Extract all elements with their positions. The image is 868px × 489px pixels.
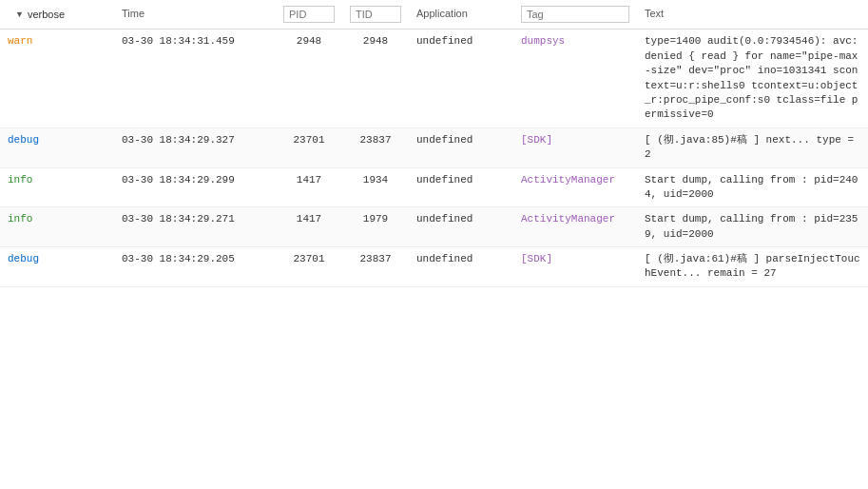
row-pid: 1417 xyxy=(276,212,342,226)
row-text: type=1400 audit(0.0:7934546): avc: denie… xyxy=(637,34,868,122)
level-column-header[interactable]: ▼ verbose xyxy=(0,9,114,20)
table-row[interactable]: debug 03-30 18:34:29.327 23701 23837 und… xyxy=(0,128,868,168)
dropdown-arrow-icon: ▼ xyxy=(15,10,24,19)
row-text: [ (彻.java:61)#稿 ] parseInjectTouchEvent.… xyxy=(637,252,868,282)
row-app: undefined xyxy=(409,212,513,226)
row-tag: [SDK] xyxy=(513,133,637,147)
row-app: undefined xyxy=(409,133,513,147)
tid-column-header[interactable] xyxy=(342,6,409,23)
time-header-label: Time xyxy=(122,8,145,19)
row-tid: 2948 xyxy=(342,34,409,49)
row-app: undefined xyxy=(409,252,513,266)
row-tag: [SDK] xyxy=(513,252,637,266)
row-pid: 2948 xyxy=(276,34,342,49)
row-level: debug xyxy=(0,252,114,266)
level-selector-label: verbose xyxy=(28,9,65,20)
log-table: ▼ verbose Time Application Text warn 03-… xyxy=(0,0,868,287)
row-app: undefined xyxy=(409,173,513,187)
row-level: info xyxy=(0,173,114,187)
table-row[interactable]: warn 03-30 18:34:31.459 2948 2948 undefi… xyxy=(0,29,868,127)
row-tid: 1934 xyxy=(342,173,409,187)
row-text: Start dump, calling from : pid=2404, uid… xyxy=(637,173,868,203)
row-level: info xyxy=(0,212,114,226)
app-column-header: Application xyxy=(409,7,513,22)
row-level: debug xyxy=(0,133,114,147)
table-row[interactable]: info 03-30 18:34:29.299 1417 1934 undefi… xyxy=(0,168,868,208)
app-header-label: Application xyxy=(416,8,468,19)
row-tag: ActivityManager xyxy=(513,173,637,187)
row-time: 03-30 18:34:29.327 xyxy=(114,133,276,147)
row-level: warn xyxy=(0,34,114,49)
pid-column-header[interactable] xyxy=(276,6,342,23)
pid-filter-input[interactable] xyxy=(283,6,335,23)
text-column-header: Text xyxy=(637,7,868,22)
row-text: [ (彻.java:85)#稿 ] next... type = 2 xyxy=(637,133,868,163)
tid-filter-input[interactable] xyxy=(350,6,401,23)
table-header: ▼ verbose Time Application Text xyxy=(0,0,868,29)
row-tag: ActivityManager xyxy=(513,212,637,226)
row-pid: 23701 xyxy=(276,133,342,147)
table-row[interactable]: info 03-30 18:34:29.271 1417 1979 undefi… xyxy=(0,207,868,247)
row-tid: 23837 xyxy=(342,252,409,266)
row-time: 03-30 18:34:29.271 xyxy=(114,212,276,226)
row-text: Start dump, calling from : pid=2359, uid… xyxy=(637,212,868,242)
row-app: undefined xyxy=(409,34,513,49)
row-tid: 23837 xyxy=(342,133,409,147)
tag-filter-input[interactable] xyxy=(521,6,629,23)
time-column-header: Time xyxy=(114,7,276,22)
row-pid: 1417 xyxy=(276,173,342,187)
row-pid: 23701 xyxy=(276,252,342,266)
table-row[interactable]: debug 03-30 18:34:29.205 23701 23837 und… xyxy=(0,247,868,287)
level-selector[interactable]: ▼ verbose xyxy=(8,9,106,20)
row-time: 03-30 18:34:29.205 xyxy=(114,252,276,266)
row-time: 03-30 18:34:29.299 xyxy=(114,173,276,187)
row-tid: 1979 xyxy=(342,212,409,226)
row-tag: dumpsys xyxy=(513,34,637,49)
table-body: warn 03-30 18:34:31.459 2948 2948 undefi… xyxy=(0,29,868,286)
tag-column-header[interactable] xyxy=(513,6,637,23)
text-header-label: Text xyxy=(645,8,664,19)
row-time: 03-30 18:34:31.459 xyxy=(114,34,276,49)
